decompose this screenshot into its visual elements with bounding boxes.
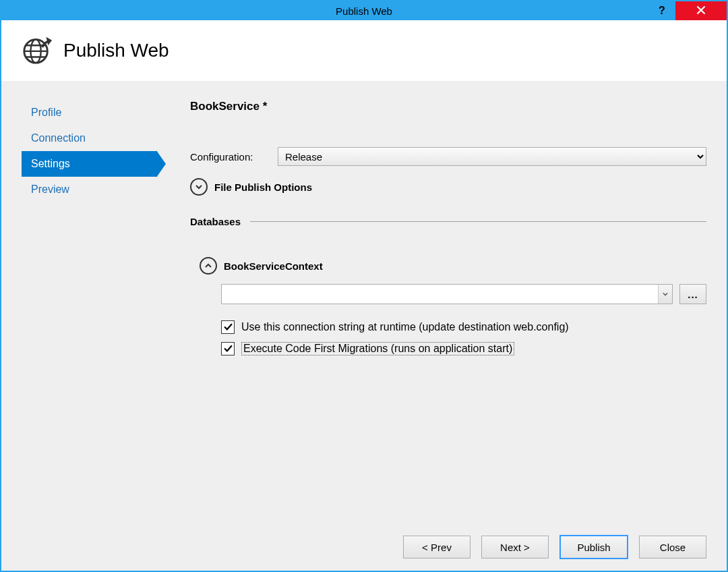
dialog-body: Profile Connection Settings Preview Book… <box>1 81 727 571</box>
window-controls: ? <box>648 1 727 20</box>
close-icon <box>696 5 706 17</box>
sidebar-item-settings[interactable]: Settings <box>22 151 156 177</box>
wizard-sidebar: Profile Connection Settings Preview <box>22 100 156 523</box>
connection-browse-button[interactable]: ... <box>679 284 706 304</box>
db-context-block: BookServiceContext ... <box>190 257 706 355</box>
connection-string-input[interactable] <box>221 284 673 304</box>
configuration-label: Configuration: <box>190 151 278 163</box>
sidebar-item-profile[interactable]: Profile <box>22 100 156 125</box>
header: Publish Web <box>1 20 727 81</box>
footer: < Prev Next > Publish Close <box>1 523 727 571</box>
main-panel: BookService * Configuration: Release Fil… <box>163 100 706 523</box>
chevron-down-icon <box>190 178 208 196</box>
chevron-up-icon <box>200 257 217 275</box>
db-context-expander[interactable]: BookServiceContext <box>200 257 706 275</box>
dropdown-icon[interactable] <box>658 285 672 304</box>
help-button[interactable]: ? <box>648 1 675 20</box>
file-publish-options-label: File Publish Options <box>214 181 312 193</box>
header-title: Publish Web <box>63 40 169 61</box>
close-window-button[interactable] <box>675 1 727 20</box>
close-button[interactable]: Close <box>639 536 706 559</box>
execute-migrations-checkbox[interactable] <box>221 342 235 355</box>
configuration-select[interactable]: Release <box>278 147 706 166</box>
sidebar-item-connection[interactable]: Connection <box>22 125 156 151</box>
publish-button[interactable]: Publish <box>559 535 628 559</box>
sidebar-item-preview[interactable]: Preview <box>22 177 156 202</box>
connection-string-row: ... <box>221 284 706 304</box>
check-icon <box>224 343 233 355</box>
databases-label: Databases <box>190 216 241 227</box>
configuration-row: Configuration: Release <box>190 147 706 166</box>
publish-web-dialog: Publish Web ? Publish Web Profile <box>0 0 728 572</box>
next-button[interactable]: Next > <box>481 536 549 559</box>
execute-migrations-row[interactable]: Execute Code First Migrations (runs on a… <box>221 342 706 355</box>
use-conn-runtime-row[interactable]: Use this connection string at runtime (u… <box>221 320 706 334</box>
globe-arrow-icon <box>22 34 53 67</box>
title-bar[interactable]: Publish Web ? <box>1 1 727 20</box>
prev-button[interactable]: < Prev <box>403 536 471 559</box>
execute-migrations-label: Execute Code First Migrations (runs on a… <box>241 342 514 355</box>
databases-section-header: Databases <box>190 216 706 227</box>
db-context-name: BookServiceContext <box>224 260 323 272</box>
content-area: Profile Connection Settings Preview Book… <box>1 81 727 523</box>
section-divider <box>250 221 706 222</box>
use-conn-runtime-label: Use this connection string at runtime (u… <box>241 321 569 333</box>
connection-string-combo[interactable] <box>221 284 673 304</box>
window-title: Publish Web <box>336 5 392 17</box>
check-icon <box>224 322 233 333</box>
use-conn-runtime-checkbox[interactable] <box>221 320 235 334</box>
file-publish-options-expander[interactable]: File Publish Options <box>190 178 706 196</box>
project-title: BookService * <box>190 100 706 113</box>
